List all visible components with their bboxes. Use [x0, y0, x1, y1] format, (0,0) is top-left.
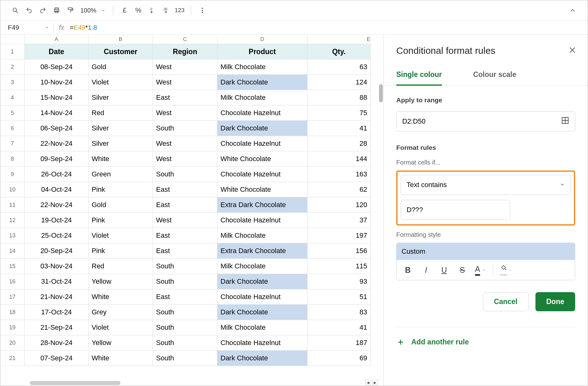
cell-B[interactable]: Customer [89, 44, 153, 59]
cell-E[interactable]: 144 [307, 151, 371, 167]
cell-D[interactable]: Chocolate Hazelnut [217, 136, 307, 151]
cell-E[interactable]: 62 [307, 182, 371, 197]
cell-B[interactable]: Gold [89, 197, 153, 213]
cell-A[interactable]: 22-Nov-24 [25, 136, 89, 151]
cell-C[interactable]: East [153, 197, 217, 213]
print-icon[interactable] [50, 4, 63, 17]
collapse-toolbar-icon[interactable] [566, 4, 579, 17]
cell-D[interactable]: White Chocolate [217, 151, 307, 167]
cell-B[interactable]: Violet [89, 228, 153, 243]
row-header[interactable]: 6 [0, 121, 25, 136]
cell-C[interactable]: Region [153, 44, 217, 59]
apply-range-input[interactable]: D2:D50 [396, 111, 575, 131]
cell-D[interactable]: Milk Chocolate [217, 59, 307, 75]
cell-A[interactable]: 06-Sep-24 [25, 121, 89, 136]
cell-E[interactable]: 120 [307, 197, 371, 213]
cell-C[interactable]: South [153, 259, 217, 274]
cell-B[interactable]: Pink [89, 243, 153, 259]
col-header-E[interactable]: E [307, 35, 371, 44]
strikethrough-button[interactable]: S [457, 264, 468, 276]
col-header-D[interactable]: D [217, 35, 307, 44]
row-header[interactable]: 9 [0, 167, 25, 182]
select-all-corner[interactable] [0, 35, 25, 44]
cell-E[interactable]: 124 [307, 75, 371, 90]
col-header-B[interactable]: B [89, 35, 153, 44]
vertical-scrollbar[interactable] [379, 84, 383, 102]
cell-A[interactable]: 26-Oct-24 [25, 167, 89, 182]
cell-C[interactable]: East [153, 228, 217, 243]
cell-E[interactable]: 41 [307, 121, 371, 136]
underline-button[interactable]: U [438, 264, 450, 276]
cell-C[interactable]: East [153, 289, 217, 305]
cell-D[interactable]: Dark Chocolate [217, 75, 307, 90]
add-rule-button[interactable]: ＋ Add another rule [396, 336, 575, 357]
cell-B[interactable]: Violet [89, 320, 153, 335]
cell-D[interactable]: Product [217, 44, 307, 59]
cell-E[interactable]: 163 [307, 167, 371, 182]
col-header-C[interactable]: C [153, 35, 217, 44]
cell-B[interactable]: Gold [89, 59, 153, 75]
cell-B[interactable]: Silver [89, 121, 153, 136]
italic-button[interactable]: I [420, 264, 432, 276]
cell-E[interactable]: 93 [307, 274, 371, 289]
cell-A[interactable]: 04-Oct-24 [25, 182, 89, 197]
cell-D[interactable]: Milk Chocolate [217, 228, 307, 243]
cell-D[interactable]: Milk Chocolate [217, 320, 307, 335]
cell-B[interactable]: Pink [89, 182, 153, 197]
cell-A[interactable]: 21-Nov-24 [25, 289, 89, 305]
cell-D[interactable]: Dark Chocolate [217, 305, 307, 320]
row-header[interactable]: 10 [0, 182, 25, 197]
cell-C[interactable]: West [153, 75, 217, 90]
cell-E[interactable]: 187 [307, 335, 371, 351]
cell-B[interactable]: Green [89, 167, 153, 182]
cell-D[interactable]: Chocolate Hazelnut [217, 167, 307, 182]
cell-D[interactable]: Chocolate Hazelnut [217, 289, 307, 305]
undo-icon[interactable] [23, 4, 35, 17]
cell-D[interactable]: Extra Dark Chocolate [217, 243, 307, 259]
cell-C[interactable]: West [153, 151, 217, 167]
cell-C[interactable]: South [153, 335, 217, 351]
cell-C[interactable]: West [153, 136, 217, 151]
percent-button[interactable]: % [132, 4, 144, 17]
cell-E[interactable]: Qty. [307, 44, 371, 59]
cell-A[interactable]: Date [25, 44, 89, 59]
condition-value-input[interactable]: D??? [401, 200, 510, 220]
cell-C[interactable]: East [153, 90, 217, 105]
cell-B[interactable]: Violet [89, 75, 153, 90]
decrease-decimal-icon[interactable]: .0 [146, 4, 158, 17]
cell-C[interactable]: South [153, 167, 217, 182]
cell-C[interactable]: East [153, 243, 217, 259]
redo-icon[interactable] [37, 4, 49, 17]
cell-D[interactable]: Dark Chocolate [217, 121, 307, 136]
scroll-right-icon[interactable]: ► [372, 380, 378, 385]
cell-A[interactable]: 14-Nov-24 [25, 105, 89, 121]
cell-A[interactable]: 17-Oct-24 [25, 305, 89, 320]
cell-D[interactable]: Chocolate Hazelnut [217, 213, 307, 228]
cell-A[interactable]: 08-Sep-24 [25, 59, 89, 75]
cell-A[interactable]: 31-Oct-24 [25, 274, 89, 289]
cell-E[interactable]: 83 [307, 305, 371, 320]
cell-E[interactable]: 63 [307, 59, 371, 75]
cell-E[interactable]: 115 [307, 259, 371, 274]
cell-D[interactable]: Dark Chocolate [217, 351, 307, 366]
cell-C[interactable]: South [153, 305, 217, 320]
cell-A[interactable]: 22-Nov-24 [25, 197, 89, 213]
scroll-left-icon[interactable]: ◄ [365, 380, 371, 385]
paint-format-icon[interactable] [64, 4, 77, 17]
row-header[interactable]: 17 [0, 289, 25, 305]
row-header[interactable]: 14 [0, 243, 25, 259]
formula-input[interactable]: =E49*1.8 [70, 24, 97, 31]
more-icon[interactable] [196, 4, 209, 17]
cell-E[interactable]: 197 [307, 228, 371, 243]
row-header[interactable]: 19 [0, 320, 25, 335]
zoom-dropdown[interactable]: 100% [78, 7, 108, 14]
tab-colour-scale[interactable]: Colour scale [473, 66, 516, 85]
cell-B[interactable]: Red [89, 105, 153, 121]
cell-C[interactable]: South [153, 274, 217, 289]
cell-A[interactable]: 21-Sep-24 [25, 320, 89, 335]
row-header[interactable]: 11 [0, 197, 25, 213]
style-preview[interactable]: Custom [397, 243, 575, 260]
cell-B[interactable]: Yellow [89, 335, 153, 351]
cell-B[interactable]: Grey [89, 305, 153, 320]
cell-C[interactable]: East [153, 182, 217, 197]
